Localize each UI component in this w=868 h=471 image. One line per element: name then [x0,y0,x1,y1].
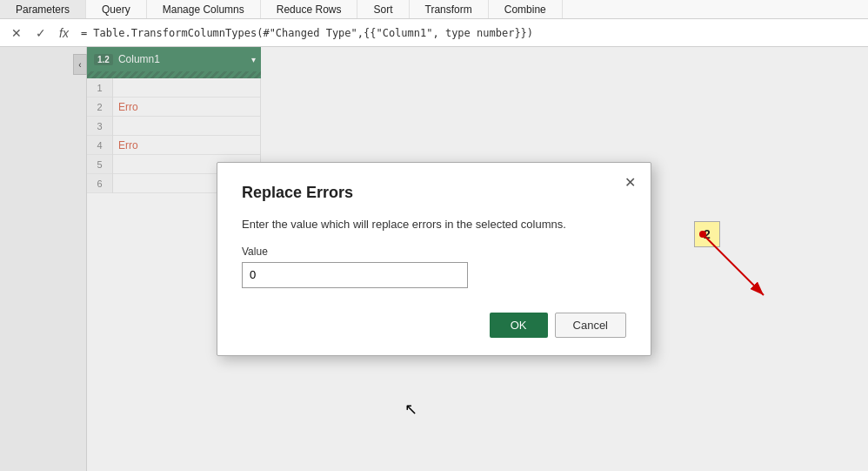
ok-button[interactable]: OK [490,313,548,338]
dialog-title: Replace Errors [242,184,626,202]
main-area: ‹ 1.2 Column1 ▾ 1 2 3 4 5 6 Erro E [0,47,868,471]
dialog-footer: OK Cancel [242,313,626,338]
value-input[interactable] [242,262,468,288]
menu-item-sort[interactable]: Sort [357,0,409,18]
menu-item-reduce-rows[interactable]: Reduce Rows [261,0,358,18]
modal-overlay: 2 ✕ Replace Errors Enter the value which… [0,47,868,471]
formula-cancel-button[interactable]: ✕ [7,24,26,43]
menu-bar: Parameters Query Manage Columns Reduce R… [0,0,868,19]
fx-icon: fx [56,26,72,40]
value-label: Value [242,246,626,258]
menu-item-transform[interactable]: Transform [410,0,489,18]
callout-number: 2 [694,221,720,247]
menu-item-query[interactable]: Query [86,0,147,18]
formula-text: = Table.TransformColumnTypes(#"Changed T… [77,25,861,41]
menu-item-manage-columns[interactable]: Manage Columns [147,0,261,18]
dialog-close-button[interactable]: ✕ [619,172,640,192]
menu-item-combine[interactable]: Combine [489,0,563,18]
cancel-button[interactable]: Cancel [555,313,626,338]
dialog-description: Enter the value which will replace error… [242,216,626,233]
replace-errors-dialog: ✕ Replace Errors Enter the value which w… [217,162,651,356]
formula-confirm-button[interactable]: ✓ [31,24,50,43]
formula-bar: ✕ ✓ fx = Table.TransformColumnTypes(#"Ch… [0,19,868,47]
menu-item-parameters[interactable]: Parameters [0,0,86,18]
